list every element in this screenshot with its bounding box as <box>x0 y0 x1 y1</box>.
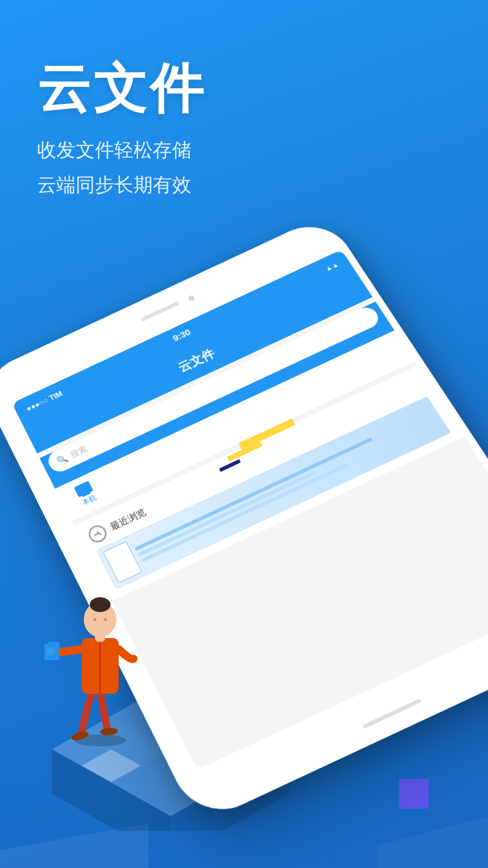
search-placeholder: 搜索 <box>68 443 89 461</box>
person-illustration <box>44 542 163 749</box>
main-title: 云文件 <box>37 59 206 118</box>
hero-section: 云文件 收发文件轻松存储 云端同步长期有效 <box>37 59 206 203</box>
search-icon: 🔍 <box>56 453 70 467</box>
phone-speaker <box>140 301 180 322</box>
purple-accent-square <box>399 779 429 809</box>
phone-header-title: 云文件 <box>175 346 218 375</box>
deco-bottom-right <box>377 794 488 868</box>
phone-time: 9:30 <box>171 327 192 343</box>
subtitle-line-1: 收发文件轻松存储 <box>37 133 206 168</box>
svg-point-21 <box>93 618 96 621</box>
subtitle: 收发文件轻松存储 云端同步长期有效 <box>37 133 206 203</box>
svg-rect-24 <box>44 638 48 644</box>
svg-point-19 <box>90 597 111 612</box>
phone-signal: ▲▲ <box>323 260 340 272</box>
background: 云文件 收发文件轻松存储 云端同步长期有效 ●●●○○ TIM 9:30 ▲▲ … <box>0 0 488 868</box>
svg-rect-23 <box>44 642 59 660</box>
svg-point-22 <box>104 618 107 621</box>
phone-camera <box>188 295 195 301</box>
phone-home-indicator <box>362 698 422 729</box>
subtitle-line-2: 云端同步长期有效 <box>37 168 206 203</box>
